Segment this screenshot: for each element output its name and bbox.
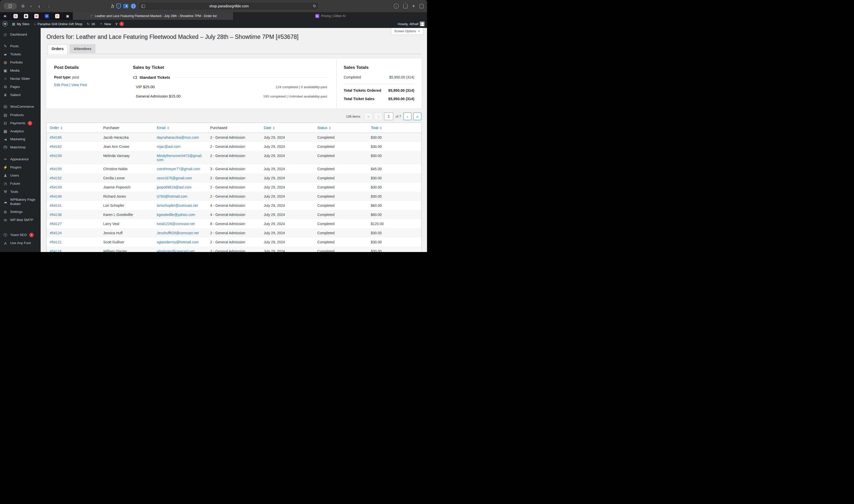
column-header-order[interactable]: Order <box>47 123 100 133</box>
pinned-tab-burst[interactable]: ✳ <box>52 12 62 20</box>
column-header-status[interactable]: Status <box>314 123 368 133</box>
email-link[interactable]: sgtaxidermy@hotmail.com <box>157 240 199 244</box>
forward-button[interactable]: › <box>45 2 52 10</box>
sidebar-item-wpbakery-page-builder[interactable]: ☁WPBakery Page Builder <box>0 196 41 208</box>
honey-extension-icon[interactable]: h <box>111 3 114 9</box>
background-tab[interactable]: G Pricing | Glitter AI <box>233 12 427 20</box>
sidebar-item-pages[interactable]: ⧉Pages <box>0 83 41 91</box>
order-link[interactable]: #54152 <box>50 176 62 180</box>
sidebar-item-portfolio[interactable]: ◍Portfolio <box>0 58 41 67</box>
order-link[interactable]: #54124 <box>50 231 62 235</box>
order-link[interactable]: #54159 <box>50 154 62 158</box>
sidebar-item-products[interactable]: ▤Products <box>0 111 41 119</box>
order-link[interactable]: #54162 <box>50 145 62 149</box>
order-link[interactable]: #54165 <box>50 136 62 140</box>
email-link[interactable]: daynaharaczka@msn.com <box>157 136 199 140</box>
date-cell: July 29, 2024 <box>261 247 314 252</box>
shield-check-extension-icon[interactable]: ✓ <box>116 3 121 8</box>
sidebar-item-payments[interactable]: ⊟Payments1 <box>0 119 41 127</box>
sidebar-item-posts[interactable]: ✎Posts <box>0 42 41 50</box>
pinned-tab-spiral[interactable]: ▣ <box>62 12 73 20</box>
email-link[interactable]: Jesshuff629@comcast.net <box>157 231 199 235</box>
sidebar-item-tools[interactable]: ⚒Tools <box>0 188 41 196</box>
email-link[interactable]: jpopo69619@aol.com <box>157 185 191 189</box>
email-link[interactable]: rj793@hotmail.com <box>157 194 187 198</box>
window-extension-icon[interactable] <box>124 4 128 8</box>
sidebar-item-mailchimp[interactable]: ⓜMailchimp <box>0 143 41 152</box>
current-page-input[interactable] <box>384 112 393 120</box>
sidebar-item-future[interactable]: ◷Future <box>0 180 41 188</box>
pinned-tab-openai[interactable]: ⊛ <box>21 12 31 20</box>
tab-attendees[interactable]: Attendees <box>70 44 95 53</box>
pinned-tab-flower[interactable]: ✿ <box>31 12 42 20</box>
updates-menu[interactable]: ↻16 <box>87 22 95 26</box>
last-page-button[interactable]: » <box>413 112 421 120</box>
sidebar-item-appearance[interactable]: ✑Appearance <box>0 155 41 163</box>
order-link[interactable]: #54121 <box>50 240 62 244</box>
page-settings-icon[interactable] <box>141 4 145 8</box>
email-link[interactable]: lveal1228@comcast.net <box>157 222 195 226</box>
sidebar-item-use-any-font[interactable]: AUse Any Font <box>0 239 41 247</box>
order-link[interactable]: #54118 <box>50 249 61 252</box>
sidebar-item-analytics[interactable]: ▦Analytics <box>0 127 41 136</box>
active-tab[interactable]: Leather and Lace Featuring Fleetwood Mac… <box>73 12 233 20</box>
order-link[interactable]: #54149 <box>50 185 62 189</box>
email-link[interactable]: Mindytherunner0472@gmail.com <box>157 154 202 162</box>
yoast-menu[interactable]: Y1 <box>115 22 124 26</box>
edit-post-link[interactable]: Edit Post <box>54 83 68 87</box>
sidebar-item-wp-mail-smtp[interactable]: ✉WP Mail SMTP <box>0 216 41 224</box>
howdy-account-menu[interactable]: Howdy, 48half <box>398 22 424 26</box>
chevron-down-icon[interactable]: ∨ <box>29 2 33 10</box>
my-sites-menu[interactable]: ▦My Sites <box>12 22 30 26</box>
sidebar-item-media[interactable]: ▣Media <box>0 67 41 75</box>
next-page-button[interactable]: › <box>403 112 412 120</box>
column-header-total[interactable]: Total <box>368 123 421 133</box>
sidebar-item-plugins[interactable]: ⚡Plugins <box>0 163 41 172</box>
pinned-tab-m[interactable]: m <box>0 12 11 20</box>
order-link[interactable]: #54155 <box>50 167 62 171</box>
sidebar-item-marketing[interactable]: ◄Marketing <box>0 136 41 143</box>
email-link[interactable]: cstrohmeyer77@gmail.com <box>157 167 200 171</box>
email-link[interactable]: kgoodwillie@yahoo.com <box>157 213 195 217</box>
address-bar[interactable]: shop.paradisegrillde.com ↻ <box>139 2 319 10</box>
order-link[interactable]: #54141 <box>50 203 62 208</box>
email-link[interactable]: cece1675@gmail.com <box>157 176 192 180</box>
globe-extension-icon[interactable] <box>131 3 136 8</box>
pinned-tab-u[interactable]: U <box>42 12 52 20</box>
screen-options-button[interactable]: Screen Options▼ <box>391 28 423 35</box>
order-link[interactable]: #54127 <box>50 222 62 226</box>
prev-page-button[interactable]: ‹ <box>374 112 382 120</box>
email-link[interactable]: lorischopfer@comcast.net <box>157 203 198 208</box>
downloads-icon[interactable]: ↓ <box>394 3 399 8</box>
column-header-date[interactable]: Date <box>261 123 314 133</box>
wp-logo-menu[interactable]: W <box>2 21 7 26</box>
summary-panel: Post Details Post type: post Edit Post |… <box>47 58 421 108</box>
site-name-menu[interactable]: ⌂Paradise Grill Online Gift Shop <box>34 22 83 26</box>
share-icon[interactable] <box>403 4 407 8</box>
sidebar-item-settings[interactable]: ⚙Settings <box>0 208 41 216</box>
sidebar-toggle-icon[interactable]: ⧉ <box>19 2 26 10</box>
new-tab-icon[interactable]: + <box>412 3 415 9</box>
back-button[interactable]: ‹ <box>36 2 43 10</box>
view-post-link[interactable]: View Post <box>71 83 87 87</box>
email-link[interactable]: rnjac@aol.com <box>157 145 181 149</box>
tab-orders[interactable]: Orders <box>48 44 68 54</box>
sidebar-item-woocommerce[interactable]: ⓌWooCommerce <box>0 103 41 111</box>
column-header-email[interactable]: Email <box>154 123 207 133</box>
profile-tab-group-button[interactable] <box>3 3 17 10</box>
email-link[interactable]: whglazier@comcast.net <box>157 249 195 252</box>
new-content-menu[interactable]: ＋New <box>99 22 111 26</box>
pinned-tab-glitter[interactable]: G <box>11 12 21 20</box>
media-icon: ▣ <box>3 68 8 73</box>
sidebar-item-users[interactable]: ♟Users <box>0 172 41 180</box>
sidebar-item-salient[interactable]: ♛Salient <box>0 91 41 99</box>
order-link[interactable]: #54146 <box>50 194 62 198</box>
tab-overview-icon[interactable] <box>420 4 423 8</box>
first-page-button[interactable]: « <box>364 112 373 120</box>
sidebar-item-dashboard[interactable]: ◴Dashboard <box>0 31 41 39</box>
reload-icon[interactable]: ↻ <box>313 4 316 8</box>
sidebar-item-yoast-seo[interactable]: ⓎYoast SEO1 <box>0 231 41 239</box>
sidebar-item-nectar-slider[interactable]: ☆Nectar Slider <box>0 75 41 83</box>
order-link[interactable]: #54136 <box>50 213 62 217</box>
sidebar-item-tickets[interactable]: ▰Tickets <box>0 50 41 58</box>
